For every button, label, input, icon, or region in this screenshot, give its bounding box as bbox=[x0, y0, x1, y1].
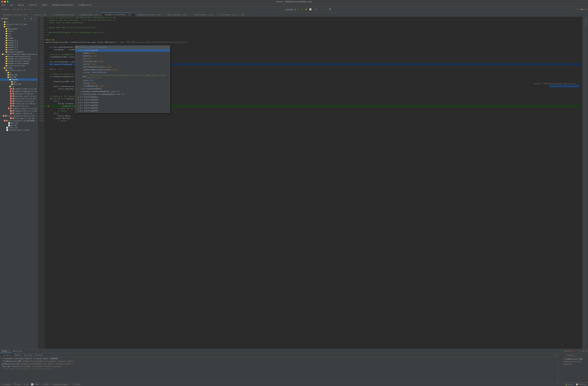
popup-row[interactable]: locsig = true bbox=[75, 82, 170, 85]
debug-btn[interactable]: ⚙ bbox=[301, 8, 304, 11]
tab-url-class-path[interactable]: ⬛ URLClassPath.class ✕ bbox=[191, 13, 217, 16]
tree-item-js[interactable]: ▸📁 js bbox=[0, 71, 38, 74]
toolbar-list-btn[interactable]: ☰ bbox=[16, 8, 20, 11]
popup-row[interactable]: ▶ inflaterCache = {ArrayDeque@2357} size… bbox=[75, 93, 170, 96]
debug-stop-btn[interactable]: ■ bbox=[569, 350, 571, 353]
sidebar-scroll-btn[interactable]: ↕ bbox=[27, 17, 29, 20]
frames-up-btn[interactable]: ↑ bbox=[575, 354, 577, 357]
tree-item-hutool-all-5-7-20-jar[interactable]: 7📦 hutool-all-5.7.20.jar bbox=[0, 102, 38, 105]
popup-row[interactable]: verify = true bbox=[75, 63, 170, 66]
tree-item-mysql-connector-java-5-1-32---[interactable]: 12📦 mysql-connector-java-5.1.32... bbox=[0, 115, 38, 117]
tree-item-test[interactable]: ▾📁 test bbox=[0, 25, 38, 28]
toolbar-sync-btn[interactable]: ↻ bbox=[20, 8, 23, 11]
todo-btn[interactable]: ☑ TODO bbox=[42, 383, 50, 386]
code-content[interactable]: * Return an enumeration of <code>URLs</c… bbox=[44, 17, 583, 349]
tree-item-index-jsp[interactable]: 📄 index.jsp bbox=[0, 127, 38, 129]
tree-item-webapp-2-5[interactable]: ▸📁 webapp-2.5 bbox=[0, 46, 38, 48]
tree-item-deployment[interactable]: ▸📁 deployment bbox=[0, 28, 38, 30]
tree-item-servelet-test-1-0-bak[interactable]: ▸📁 servelet-test-1.0_bak bbox=[0, 23, 38, 25]
tree-item-myel-tld[interactable]: 📄 MyEL.tld bbox=[0, 122, 38, 124]
frames-copy-btn[interactable]: ⎘ bbox=[573, 354, 574, 357]
event-log-btn[interactable]: 📋 Event Log bbox=[575, 383, 587, 386]
frame-item-1[interactable]: ↓ findResources:1600 bbox=[562, 358, 584, 360]
popup-row[interactable]: total = 243 bbox=[75, 79, 170, 82]
tree-item-webapp-fragments-empty-absolute-or---[interactable]: ▸📁 webapp-fragments-empty-absolute-or... bbox=[0, 53, 38, 55]
tree-item-web-inf[interactable]: ▾📁 WEB-INF bbox=[0, 76, 38, 78]
tree-item-meta-inf[interactable]: ▸📁 META-INF bbox=[0, 83, 38, 85]
close-tab-icon5[interactable]: ✕ bbox=[133, 14, 133, 16]
stack-item-find-resources[interactable]: ✓ findResources:1600, WebappClassLoaderB… bbox=[0, 360, 557, 363]
maximize-button[interactable] bbox=[7, 1, 9, 3]
toolbar-close-btn[interactable]: ✕ bbox=[27, 8, 30, 11]
tree-item-servelet-test-1-0[interactable]: ▾📁 servelet-test-1.0 bbox=[0, 69, 38, 71]
debug-step-out-btn[interactable]: ↑ bbox=[576, 350, 577, 353]
tree-item-javax[interactable]: ▸📁 javax bbox=[0, 30, 38, 32]
tree-item-webapp-virtual-library[interactable]: ▸📁 webapp-virtual-library bbox=[0, 60, 38, 62]
tab-class-loader[interactable]: ☕ ClassLoader.java ✕ bbox=[217, 13, 240, 16]
popup-row[interactable]: hasCheckedSpecialAttributes = false bbox=[75, 68, 170, 71]
tab-webapp-class-loader[interactable]: ☕ WebappClassLoader.java ✕ bbox=[135, 13, 165, 16]
tree-item-lombok-1-18-16-jar[interactable]: 11📦 lombok-1.18.16.jar bbox=[0, 112, 38, 115]
menu-org[interactable]: org bbox=[10, 4, 13, 6]
popup-row[interactable]: closeRequested = false bbox=[75, 85, 170, 87]
close-tab-icon[interactable]: ✕ bbox=[29, 14, 30, 16]
tab-webapp-class-loader-base[interactable]: ☕ WebappClassLoaderBase.java ✕ bbox=[102, 13, 135, 16]
debug-tab-debug[interactable]: Debug: ✕ bbox=[0, 349, 11, 353]
problems-btn[interactable]: ⚠ Problems bbox=[1, 383, 12, 386]
code-area[interactable]: 1564156515661567156815691570157115721573… bbox=[38, 17, 585, 349]
popup-row[interactable]: jv = null bbox=[75, 57, 170, 60]
debug-subtab-threads[interactable]: Threads bbox=[34, 354, 43, 357]
popup-row[interactable]: ▶ 5 = {JarFile@2345} bbox=[75, 107, 170, 110]
tree-item-test-resource-1-0-20220808---[interactable]: 14📦 test-resource-1.0-20220808... bbox=[0, 120, 38, 122]
tree-item-webapp-servletsecurity[interactable]: ▸📁 webapp-servletsecurity bbox=[0, 55, 38, 58]
toolbar-settings-btn[interactable]: ⚙ bbox=[24, 8, 27, 11]
tree-item-webapp-2-4[interactable]: ▸📁 webapp-2.4 bbox=[0, 44, 38, 46]
tree-item-webapp-2-3[interactable]: ▸📁 webapp-2.3 bbox=[0, 41, 38, 44]
sidebar-expand-btn[interactable]: ⊞ bbox=[30, 17, 33, 20]
stack-item-load[interactable]: load:136, WebappServiceLoader (org.apach… bbox=[0, 365, 557, 368]
tab-webapp-service-loader[interactable]: ☕ WebappServiceLoader.java ✕ bbox=[0, 13, 31, 16]
tab-standard-context[interactable]: ☕ StandardContext.java ✕ bbox=[50, 13, 78, 16]
debug-step-into-btn[interactable]: ↓ bbox=[574, 350, 575, 353]
frames-down-btn[interactable]: ↓ bbox=[577, 354, 579, 357]
menu-class[interactable]: WebappClassLoaderBase bbox=[52, 4, 74, 6]
debug-pause-btn[interactable]: ⏸ bbox=[567, 350, 569, 353]
debug-tab-bootstrap[interactable]: Bootstrap bbox=[12, 350, 23, 353]
frame-item-3[interactable]: load:136 bbox=[562, 363, 584, 366]
tree-item-webapp-servletsecurity2[interactable]: ▸📁 webapp-servletsecurity2 bbox=[0, 58, 38, 60]
breakpoint-icon[interactable]: ● bbox=[48, 105, 50, 107]
tree-item-res[interactable]: ▸📁 res bbox=[0, 21, 38, 23]
tree-item-commons-codec-1-11-jar[interactable]: 1📦 commons-codec-1.11.jar bbox=[0, 88, 38, 90]
popup-row[interactable]: ▶ 7 = {JarFile@2347} bbox=[75, 112, 170, 113]
close-tab-icon7[interactable]: ✕ bbox=[188, 14, 189, 16]
run-config-dropdown[interactable]: Bootstrap bbox=[284, 8, 297, 11]
popup-row[interactable]: ▶ zc = {ZipCoder@2355} bbox=[75, 87, 170, 90]
popup-row[interactable]: ▼ 0 = {JarFile@2340} bbox=[75, 49, 170, 52]
tree-item-httpclient-4-5-13-jar[interactable]: 5📦 httpclient-4.5.13.jar bbox=[0, 97, 38, 100]
debug-restore-btn[interactable]: ⊡ bbox=[585, 350, 588, 353]
forward-btn[interactable]: → bbox=[37, 8, 40, 11]
stack-item-get-resources[interactable]: getResources:1733, WebappClassLoaderBase… bbox=[0, 363, 557, 365]
tree-item-webapp[interactable]: ▸📁 webapp bbox=[0, 37, 38, 39]
popup-row[interactable]: manEntry = null bbox=[75, 55, 170, 57]
tree-item-slf4j-api-1-7-25-jar[interactable]: 13📦 slf4j-api-1.7.25.jar bbox=[0, 117, 38, 120]
tree-item-org[interactable]: ▸📁 org bbox=[0, 32, 38, 35]
tree-item-tomcat-build-libs[interactable]: ▸📁 tomcat-build-libs bbox=[0, 65, 38, 67]
tree-item-servelet-test-1-0-war[interactable]: 📄 servelet-test-1.0.war bbox=[0, 129, 38, 131]
debug-step-over-btn[interactable]: ⤵ bbox=[572, 350, 573, 353]
debug-subtab-overhead[interactable]: Overhead bbox=[22, 354, 33, 357]
frame-item-2[interactable]: getResources:1733 bbox=[562, 360, 584, 363]
popup-row[interactable]: ▶ 2 = {JarFile@2342} bbox=[75, 99, 170, 101]
popup-row[interactable]: name = "/Users/qiuyixiao/gitlab/tomcat/w… bbox=[75, 74, 170, 79]
tree-item-logback-classic-1-2-3-jar[interactable]: 9📦 logback-classic-1.2.3.jar bbox=[0, 107, 38, 110]
tab-context[interactable]: ☕ Context.java ✕ bbox=[31, 13, 50, 16]
debug-run-to-cursor-btn[interactable]: ⤷ bbox=[578, 350, 580, 353]
popup-row[interactable]: ▶ 1 = {JarFile@2341} bbox=[75, 96, 170, 99]
tree-item-lib[interactable]: ▾📁 lib bbox=[0, 85, 38, 88]
tab-url-class-loader[interactable]: ☕ URLClassLoader.java ✕ bbox=[165, 13, 191, 16]
debug-evaluate-btn[interactable]: ≡ bbox=[580, 350, 582, 353]
terminal-btn[interactable]: ⬛ Terminal bbox=[71, 383, 81, 386]
tree-item-util[interactable]: ▸📁 util bbox=[0, 35, 38, 37]
profiler-status-btn[interactable]: 📊 Profiler bbox=[31, 383, 40, 386]
popup-row[interactable]: manRef = null bbox=[75, 52, 170, 55]
